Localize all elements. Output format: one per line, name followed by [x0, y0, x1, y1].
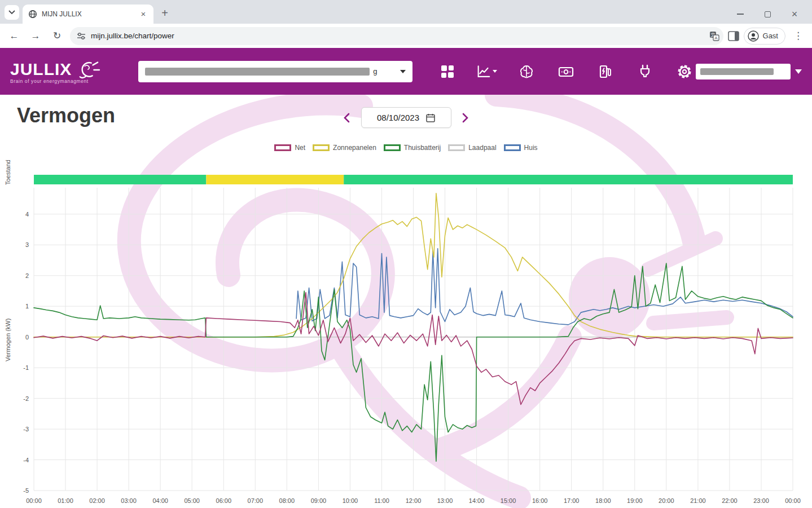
- maximize-button[interactable]: [763, 10, 771, 18]
- legend-label: Huis: [524, 144, 538, 152]
- tab-title: MIJN JULLIX: [42, 10, 134, 18]
- minimize-button[interactable]: [736, 10, 744, 18]
- brain-button[interactable]: [516, 61, 537, 82]
- prev-day-button[interactable]: [340, 111, 354, 125]
- browser-tab[interactable]: MIJN JULLIX ×: [23, 5, 153, 24]
- favicon-globe-icon: [28, 10, 37, 19]
- new-tab-button[interactable]: +: [157, 5, 173, 21]
- account-select-box: [696, 64, 791, 79]
- reload-button[interactable]: ↻: [49, 28, 65, 45]
- x-tick-label: 07:00: [248, 497, 264, 504]
- brand-brain-plug-icon: [75, 59, 101, 80]
- toestand-segment: [206, 175, 344, 184]
- brand-logo: JULLIX Brain of your energymanagment: [10, 59, 101, 84]
- x-tick-label: 06:00: [216, 497, 232, 504]
- toestand-segment: [344, 175, 793, 184]
- profile-chip[interactable]: Gast: [744, 28, 785, 45]
- app-header: JULLIX Brain of your energymanagment g: [0, 48, 812, 95]
- url-text: mijn.jullix.be/chart/power: [91, 32, 704, 40]
- x-tick-label: 08:00: [279, 497, 295, 504]
- forward-button[interactable]: →: [27, 28, 44, 45]
- next-day-button[interactable]: [458, 111, 473, 125]
- date-navigation: 08/10/2023: [340, 107, 473, 128]
- redacted-account-name: [700, 68, 774, 75]
- chevron-down-icon: [493, 70, 497, 73]
- y-tick-label: 1: [25, 303, 29, 310]
- side-panel-icon[interactable]: [728, 31, 739, 41]
- legend-swatch: [274, 144, 291, 151]
- date-input[interactable]: 08/10/2023: [361, 107, 451, 128]
- chart-legend: NetZonnepanelenThuisbatterijLaadpaalHuis: [0, 144, 812, 152]
- legend-swatch: [384, 144, 401, 151]
- series-line-huis: [296, 249, 793, 325]
- tab-close-icon[interactable]: ×: [139, 10, 148, 19]
- billing-icon: [558, 65, 574, 78]
- dashboard-icon: [440, 64, 455, 79]
- legend-label: Net: [295, 144, 305, 152]
- tab-search-button[interactable]: [5, 5, 19, 20]
- y-tick-label: 2: [25, 272, 29, 279]
- y-tick-label: -1: [23, 364, 29, 371]
- legend-item-huis[interactable]: Huis: [504, 144, 538, 152]
- profile-label: Gast: [763, 32, 778, 40]
- dashboard-button[interactable]: [437, 61, 458, 82]
- charging-station-button[interactable]: [595, 61, 616, 82]
- charts-button[interactable]: [477, 61, 497, 82]
- close-button[interactable]: ×: [791, 10, 798, 18]
- x-tick-label: 02:00: [89, 497, 105, 504]
- x-tick-label: 05:00: [184, 497, 200, 504]
- legend-swatch: [313, 144, 330, 151]
- window-controls: ×: [736, 10, 809, 24]
- redacted-device-name: [145, 68, 370, 76]
- charging-station-icon: [599, 64, 612, 79]
- x-tick-label: 11:00: [374, 497, 389, 504]
- chevron-down-icon: [8, 10, 15, 15]
- x-tick-label: 09:00: [311, 497, 327, 504]
- account-select[interactable]: [696, 64, 802, 79]
- y-tick-label: -3: [23, 426, 29, 432]
- legend-swatch: [504, 144, 521, 151]
- device-name-tail: g: [373, 67, 377, 76]
- user-avatar-icon: [748, 30, 759, 42]
- toestand-axis-label: Toestand: [5, 151, 11, 193]
- legend-item-zonnepanelen[interactable]: Zonnepanelen: [313, 144, 376, 152]
- legend-item-laadpaal[interactable]: Laadpaal: [448, 144, 496, 152]
- x-tick-label: 14:00: [469, 497, 485, 504]
- legend-label: Thuisbatterij: [404, 144, 441, 152]
- y-tick-label: -2: [23, 395, 29, 402]
- power-chart[interactable]: -5-4-3-2-10123400:0001:0002:0003:0004:00…: [0, 169, 812, 508]
- y-tick-label: -5: [23, 487, 29, 494]
- y-tick-label: 3: [25, 241, 29, 248]
- legend-item-net[interactable]: Net: [274, 144, 305, 152]
- device-select[interactable]: g: [138, 61, 412, 82]
- x-tick-label: 19:00: [627, 497, 643, 504]
- y-tick-label: -4: [23, 457, 29, 463]
- plug-icon: [638, 64, 652, 79]
- settings-button[interactable]: [674, 61, 695, 82]
- back-button[interactable]: ←: [6, 28, 23, 45]
- x-tick-label: 15:00: [501, 497, 516, 504]
- x-tick-label: 22:00: [722, 497, 738, 504]
- tab-strip: MIJN JULLIX × + ×: [0, 0, 812, 24]
- x-tick-label: 01:00: [58, 497, 73, 504]
- browser-menu-icon[interactable]: ⋮: [790, 30, 806, 42]
- x-tick-label: 21:00: [690, 497, 706, 504]
- x-tick-label: 18:00: [595, 497, 611, 504]
- plug-button[interactable]: [635, 61, 655, 82]
- x-tick-label: 00:00: [785, 497, 801, 504]
- legend-item-thuisbatterij[interactable]: Thuisbatterij: [384, 144, 441, 152]
- browser-window: MIJN JULLIX × + × ← → ↻ mijn.jullix.be/c…: [0, 0, 812, 508]
- y-tick-label: 4: [25, 211, 29, 218]
- charts-icon: [477, 64, 490, 79]
- url-bar[interactable]: mijn.jullix.be/chart/power 文 A: [70, 27, 723, 45]
- date-value: 08/10/2023: [377, 113, 419, 122]
- x-tick-label: 13:00: [437, 497, 453, 504]
- chevron-right-icon: [462, 113, 468, 123]
- x-tick-label: 03:00: [121, 497, 137, 504]
- translate-icon[interactable]: 文 A: [709, 30, 720, 42]
- main-content: Vermogen 08/10/2023 NetZonnepanelenThuis…: [0, 95, 812, 508]
- billing-button[interactable]: [556, 61, 576, 82]
- y-axis-label: Vermogen (kW): [5, 303, 11, 377]
- settings-icon: [677, 64, 692, 79]
- x-tick-label: 10:00: [343, 497, 358, 504]
